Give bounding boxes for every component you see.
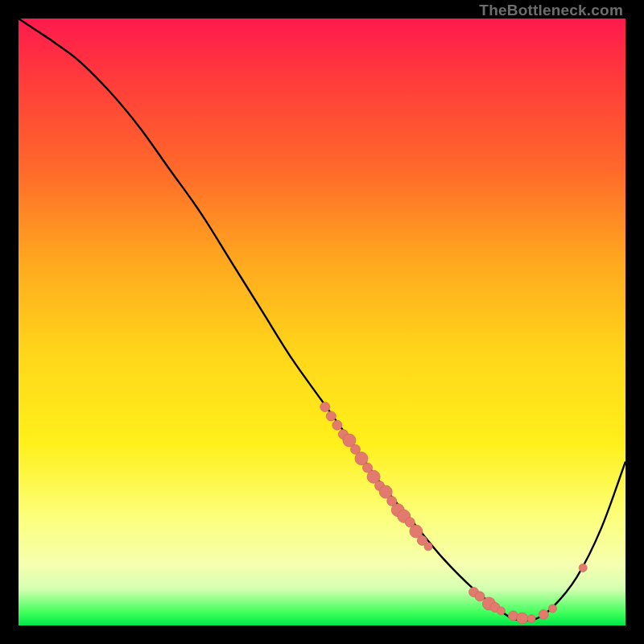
data-marker [539,609,548,619]
data-marker [579,564,587,572]
attribution-text: TheBottleneck.com [479,2,623,19]
curve-layer [19,19,625,625]
data-marker [497,607,505,615]
data-marker [424,543,432,551]
data-marker [549,605,557,613]
bottleneck-curve [19,19,625,621]
data-marker [326,411,336,421]
chart-frame: TheBottleneck.com [0,0,644,644]
data-marker [527,615,535,623]
data-markers [320,402,587,624]
data-marker [517,613,528,624]
data-marker [332,420,342,430]
data-marker [475,592,485,601]
data-marker [320,402,330,412]
